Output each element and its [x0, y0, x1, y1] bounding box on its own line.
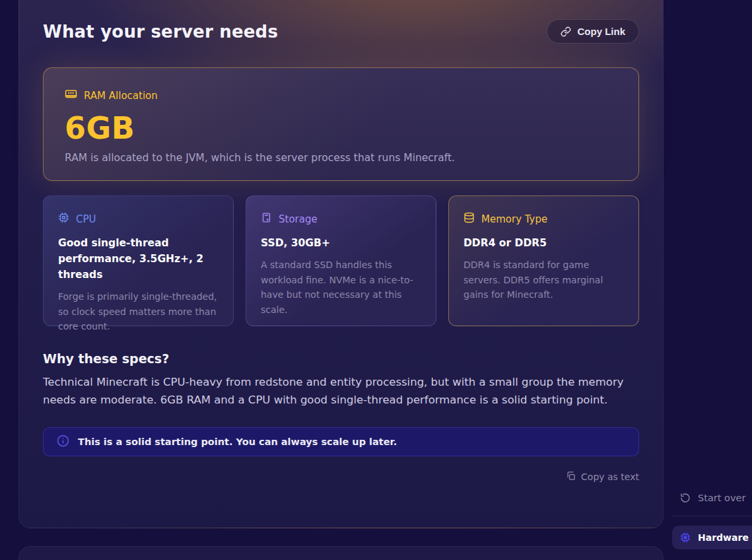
step-rail: Start over Hardware Optimize — [672, 489, 752, 560]
step-optimize[interactable]: Optimize — [672, 555, 752, 560]
ram-value: 6GB — [65, 110, 617, 146]
memory-type-card: Memory Type DDR4 or DDR5 DDR4 is standar… — [448, 195, 639, 326]
step-start-over-label: Start over — [698, 493, 745, 503]
copy-icon — [566, 471, 576, 483]
cpu-icon — [58, 212, 69, 226]
step-hardware[interactable]: Hardware — [672, 526, 752, 549]
link-icon — [561, 26, 571, 37]
page-title: What your server needs — [43, 22, 278, 42]
ram-card-label: RAM Allocation — [84, 90, 158, 102]
storage-card-header: Storage — [261, 212, 421, 226]
storage-card: Storage SSD, 30GB+ A standard SSD handle… — [246, 195, 436, 326]
copy-as-text-label: Copy as text — [581, 472, 639, 482]
cpu-card-title: Good single-thread performance, 3.5GHz+,… — [58, 235, 219, 283]
storage-card-label: Storage — [279, 213, 318, 225]
why-specs-heading: Why these specs? — [43, 351, 639, 366]
ram-description: RAM is allocated to the JVM, which is th… — [65, 152, 617, 164]
results-panel: What your server needs Copy Link RAM All… — [18, 0, 664, 528]
copy-as-text-button[interactable]: Copy as text — [566, 471, 639, 483]
cpu-card-label: CPU — [76, 213, 96, 225]
ram-stick-icon — [65, 88, 77, 103]
storage-card-description: A standard SSD handles this workload fin… — [261, 258, 421, 318]
storage-card-title: SSD, 30GB+ — [261, 235, 421, 251]
cpu-card: CPU Good single-thread performance, 3.5G… — [43, 195, 234, 326]
copy-link-button[interactable]: Copy Link — [547, 19, 639, 44]
note-text: This is a solid starting point. You can … — [78, 437, 397, 447]
step-hardware-label: Hardware — [698, 532, 749, 543]
rail-divider — [672, 516, 752, 516]
step-start-over[interactable]: Start over — [672, 489, 752, 507]
memory-card-description: DDR4 is standard for game servers. DDR5 … — [463, 258, 624, 302]
panel-header: What your server needs Copy Link — [43, 19, 639, 44]
storage-icon — [261, 212, 272, 226]
ram-card-header: RAM Allocation — [65, 88, 617, 103]
note-banner: This is a solid starting point. You can … — [43, 427, 639, 456]
cpu-card-description: Forge is primarily single-threaded, so c… — [58, 289, 219, 334]
memory-card-header: Memory Type — [463, 212, 624, 226]
next-section-panel — [18, 546, 664, 560]
cpu-icon — [680, 532, 691, 543]
copy-text-row: Copy as text — [43, 471, 639, 483]
restart-icon — [680, 493, 691, 503]
ram-allocation-card: RAM Allocation 6GB RAM is allocated to t… — [43, 67, 639, 181]
database-icon — [463, 212, 475, 226]
why-specs-body: Technical Minecraft is CPU-heavy from re… — [43, 374, 639, 409]
memory-card-title: DDR4 or DDR5 — [463, 235, 624, 251]
info-icon — [57, 435, 69, 450]
spec-cards-row: CPU Good single-thread performance, 3.5G… — [43, 195, 639, 326]
cpu-card-header: CPU — [58, 212, 219, 226]
copy-link-label: Copy Link — [577, 26, 625, 37]
memory-card-label: Memory Type — [481, 213, 547, 225]
